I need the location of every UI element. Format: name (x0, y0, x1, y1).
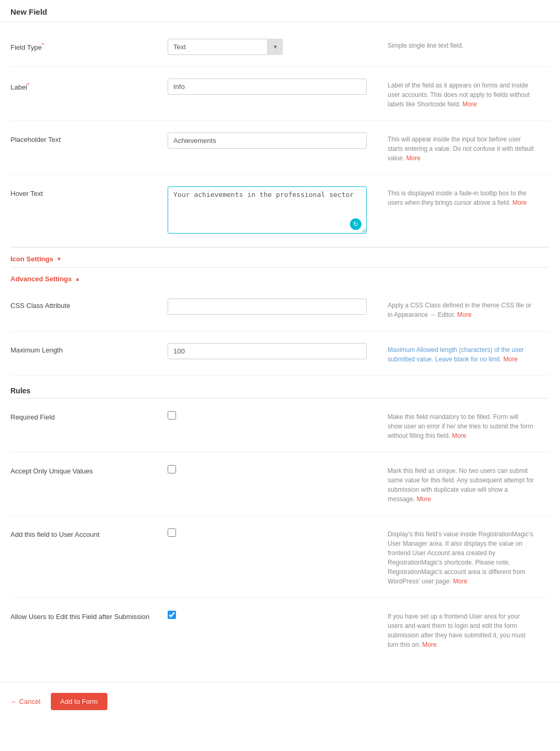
allow-edit-input-col (168, 610, 367, 621)
placeholder-input-col (168, 132, 367, 149)
required-field-help-more-link[interactable]: More (452, 432, 466, 439)
allow-edit-label: Allow Users to Edit this Field after Sub… (10, 610, 168, 621)
user-account-label: Add this field to User Account (10, 527, 168, 538)
css-class-label: CSS Class Attribute (10, 299, 168, 310)
label-input[interactable] (168, 79, 367, 95)
user-account-checkbox[interactable] (168, 528, 176, 537)
placeholder-help-more-link[interactable]: More (406, 154, 420, 162)
max-length-label: Maximum Length (10, 343, 168, 354)
hover-text-label: Hover Text (10, 186, 168, 197)
max-length-help-more-link[interactable]: More (503, 356, 518, 363)
max-length-help: Maximum Allowed length (characters) of t… (388, 343, 534, 364)
hover-text-help-more-link[interactable]: More (512, 199, 526, 206)
max-length-row: Maximum Length Maximum Allowed length (c… (10, 332, 550, 376)
field-type-label: Field Type* (10, 39, 168, 51)
css-class-input[interactable] (168, 299, 367, 315)
required-field-checkbox[interactable] (168, 411, 176, 419)
required-star: * (42, 42, 44, 48)
required-field-input-col (168, 410, 367, 421)
rules-heading: Rules (10, 376, 550, 398)
field-type-input-col: Text Email Number Date Textarea ▼ (168, 39, 367, 55)
chevron-up-icon-advanced-settings: ▲ (75, 276, 80, 282)
field-type-row: Field Type* Text Email Number Date Texta… (10, 27, 550, 67)
field-type-help: Simple single line text field. (388, 39, 534, 50)
hover-text-textarea-wrapper: Your achievements in the professional se… (168, 186, 367, 235)
allow-edit-help: If you have set up a frontend User area … (388, 610, 534, 649)
user-account-help-more-link[interactable]: More (453, 578, 467, 585)
unique-values-label: Accept Only Unique Values (10, 464, 168, 475)
max-length-input[interactable] (168, 343, 367, 359)
placeholder-row: Placeholder Text This will appear inside… (10, 121, 550, 175)
allow-edit-row: Allow Users to Edit this Field after Sub… (10, 598, 550, 661)
label-row: Label* Label of the field as it appears … (10, 67, 550, 121)
placeholder-input[interactable] (168, 132, 367, 149)
label-input-col (168, 79, 367, 95)
required-field-row: Required Field Make this field mandatory… (10, 399, 550, 452)
hover-text-help: This is displayed inside a fade-in toolt… (388, 186, 534, 207)
bottom-actions: ← Cancel Add to Form (0, 682, 560, 721)
css-class-input-col (168, 299, 367, 315)
hover-text-textarea[interactable]: Your achievements in the professional se… (168, 186, 367, 234)
user-account-help: Display's this field's value inside Regi… (388, 527, 534, 586)
field-type-select[interactable]: Text Email Number Date Textarea (168, 39, 283, 55)
allow-edit-help-more-link[interactable]: More (422, 641, 436, 648)
label-help: Label of the field as it appears on form… (388, 79, 534, 109)
label-field-label: Label* (10, 79, 168, 91)
unique-values-help: Mark this field as unique. No two users … (388, 464, 534, 504)
user-account-row: Add this field to User Account Display's… (10, 516, 550, 598)
required-field-label: Required Field (10, 410, 168, 421)
add-to-form-button[interactable]: Add to Form (51, 693, 107, 710)
field-type-select-wrapper[interactable]: Text Email Number Date Textarea ▼ (168, 39, 283, 55)
label-help-more-link[interactable]: More (463, 101, 477, 108)
hover-text-input-col: Your achievements in the professional se… (168, 186, 367, 235)
required-field-help: Make this field mandatory to be filled. … (388, 410, 534, 440)
unique-values-row: Accept Only Unique Values Mark this fiel… (10, 452, 550, 516)
unique-values-help-more-link[interactable]: More (416, 495, 431, 503)
user-account-input-col (168, 527, 367, 538)
unique-values-checkbox[interactable] (168, 465, 176, 473)
chevron-down-icon-icon-settings: ▼ (57, 256, 62, 262)
max-length-input-col (168, 343, 367, 359)
cancel-button[interactable]: ← Cancel (10, 698, 40, 705)
advanced-settings-toggle[interactable]: Advanced Settings ▲ (10, 268, 550, 287)
page-title: New Field (0, 0, 560, 22)
required-star-label: * (27, 82, 29, 88)
placeholder-help: This will appear inside the input box be… (388, 132, 534, 163)
allow-edit-checkbox[interactable] (168, 611, 176, 619)
unique-values-input-col (168, 464, 367, 475)
css-class-help: Apply a CSS Class defined in the theme C… (388, 299, 534, 319)
placeholder-label: Placeholder Text (10, 132, 168, 143)
hover-text-row: Hover Text Your achievements in the prof… (10, 175, 550, 247)
icon-settings-toggle[interactable]: Icon Settings ▼ (10, 248, 550, 267)
refresh-icon[interactable]: ↻ (350, 218, 361, 230)
css-class-row: CSS Class Attribute Apply a CSS Class de… (10, 287, 550, 332)
css-class-help-more-link[interactable]: More (457, 311, 471, 318)
